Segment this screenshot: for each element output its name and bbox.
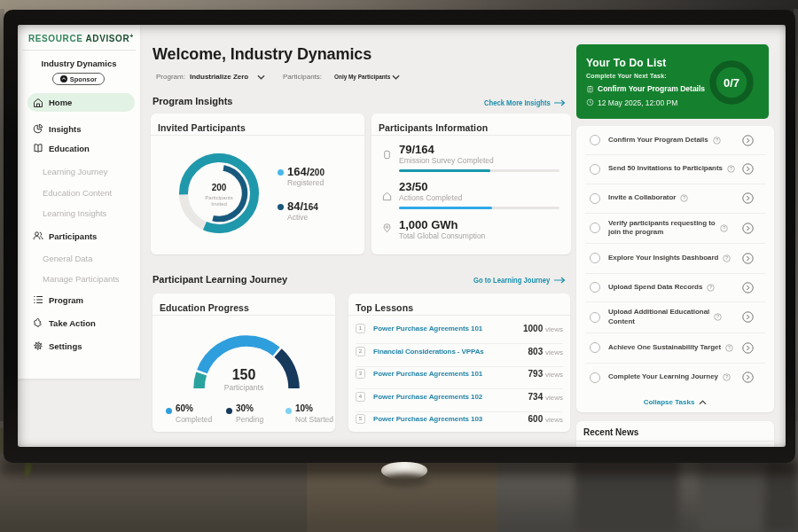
svg-text:?: ? bbox=[716, 138, 718, 143]
svg-text:Participants: Participants bbox=[205, 195, 232, 200]
svg-text:?: ? bbox=[725, 375, 728, 379]
svg-text:?: ? bbox=[709, 286, 712, 290]
svg-text:?: ? bbox=[716, 315, 719, 319]
svg-text:?: ? bbox=[726, 256, 729, 261]
svg-text:?: ? bbox=[728, 346, 731, 350]
svg-text:?: ? bbox=[683, 196, 685, 200]
svg-text:?: ? bbox=[723, 226, 725, 231]
svg-text:200: 200 bbox=[212, 183, 227, 192]
svg-text:0/7: 0/7 bbox=[724, 76, 739, 90]
svg-text:?: ? bbox=[730, 167, 732, 171]
svg-text:Invited: Invited bbox=[211, 201, 227, 207]
